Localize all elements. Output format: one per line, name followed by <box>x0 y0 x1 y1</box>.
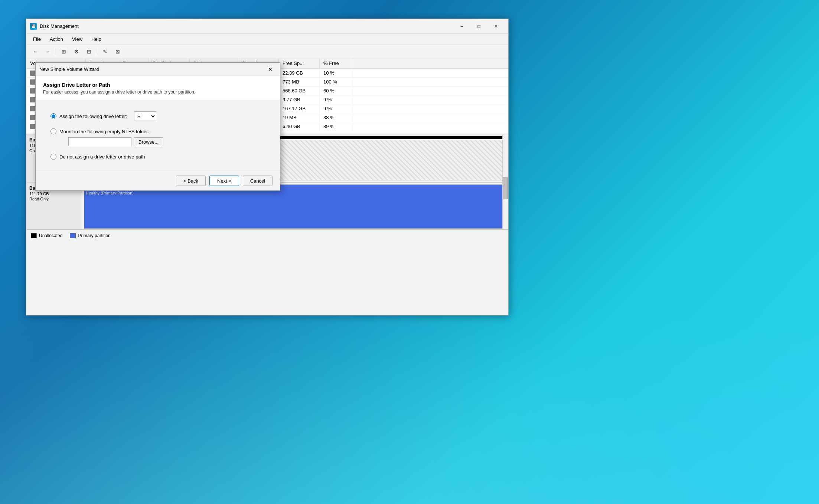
menu-bar: File Action View Help <box>26 34 508 45</box>
dialog-title: New Simple Volume Wizard <box>39 66 264 72</box>
option-mount-folder: Mount in the following empty NTFS folder… <box>50 128 265 146</box>
option-assign-letter: Assign the following drive letter: E F G… <box>50 111 265 121</box>
menu-view[interactable]: View <box>68 35 86 43</box>
toolbar-separator-2 <box>97 48 97 55</box>
option-no-assign: Do not assign a drive letter or drive pa… <box>50 154 265 160</box>
disk-size-2: 111.79 GB <box>29 192 79 196</box>
legend-swatch-primary <box>70 233 76 238</box>
dialog-body: Assign the following drive letter: E F G… <box>36 100 280 171</box>
dialog-close-button[interactable]: ✕ <box>264 64 276 75</box>
disk-mode-2: Read Only <box>29 197 79 201</box>
window-controls: – □ ✕ <box>453 20 505 32</box>
scrollbar-thumb[interactable] <box>503 177 508 199</box>
legend-unallocated: Unallocated <box>31 233 62 238</box>
dialog-header-subtitle: For easier access, you can assign a driv… <box>43 89 273 95</box>
title-bar: 💾 Disk Management – □ ✕ <box>26 19 508 34</box>
legend-primary: Primary partition <box>70 233 110 238</box>
drive-letter-select[interactable]: E F G H <box>134 111 156 121</box>
toolbar-separator-1 <box>56 48 56 55</box>
close-button[interactable]: ✕ <box>487 20 505 32</box>
label-no-assign: Do not assign a drive letter or drive pa… <box>59 154 145 160</box>
label-assign-letter: Assign the following drive letter: <box>59 114 127 119</box>
radio-group: Assign the following drive letter: E F G… <box>50 111 265 160</box>
toolbar-btn-3[interactable]: ⊟ <box>83 46 95 57</box>
cancel-button[interactable]: Cancel <box>243 176 273 186</box>
col-pctfree[interactable]: % Free <box>320 58 353 68</box>
toolbar: ← → ⊞ ⚙ ⊟ ✎ ⊠ <box>26 45 508 58</box>
dialog-footer: < Back Next > Cancel <box>36 171 280 190</box>
col-freespace[interactable]: Free Sp... <box>279 58 320 68</box>
toolbar-btn-5[interactable]: ⊠ <box>112 46 124 57</box>
partition-status: Healthy (Primary Partition) <box>86 191 505 195</box>
toolbar-btn-1[interactable]: ⊞ <box>58 46 70 57</box>
toolbar-btn-2[interactable]: ⚙ <box>71 46 82 57</box>
label-mount-folder: Mount in the following empty NTFS folder… <box>59 129 149 134</box>
minimize-button[interactable]: – <box>453 20 470 32</box>
radio-mount-folder[interactable] <box>50 128 56 134</box>
legend-label-primary: Primary partition <box>78 233 110 238</box>
legend-bar: Unallocated Primary partition <box>26 229 508 241</box>
menu-action[interactable]: Action <box>46 35 67 43</box>
legend-swatch-unallocated <box>31 233 37 238</box>
menu-help[interactable]: Help <box>88 35 105 43</box>
window-title: Disk Management <box>40 23 453 29</box>
legend-label-unallocated: Unallocated <box>39 233 62 238</box>
dialog-header: Assign Drive Letter or Path For easier a… <box>36 76 280 100</box>
back-button[interactable]: ← <box>29 46 41 57</box>
folder-path-input[interactable] <box>68 137 131 146</box>
radio-assign-letter[interactable] <box>50 113 56 119</box>
back-button[interactable]: < Back <box>176 176 206 186</box>
browse-button[interactable]: Browse... <box>134 137 163 146</box>
dialog-titlebar: New Simple Volume Wizard ✕ <box>36 63 280 76</box>
maximize-button[interactable]: □ <box>470 20 487 32</box>
app-icon: 💾 <box>30 23 37 30</box>
scrollbar[interactable] <box>502 134 508 241</box>
next-button[interactable]: Next > <box>209 176 239 186</box>
primary-partition[interactable]: 111.79 GB NTFS Healthy (Primary Partitio… <box>84 184 506 229</box>
dialog: New Simple Volume Wizard ✕ Assign Drive … <box>35 62 280 191</box>
forward-button[interactable]: → <box>42 46 54 57</box>
radio-no-assign[interactable] <box>50 154 56 160</box>
toolbar-btn-4[interactable]: ✎ <box>99 46 111 57</box>
menu-file[interactable]: File <box>29 35 45 43</box>
dialog-header-title: Assign Drive Letter or Path <box>43 82 273 88</box>
